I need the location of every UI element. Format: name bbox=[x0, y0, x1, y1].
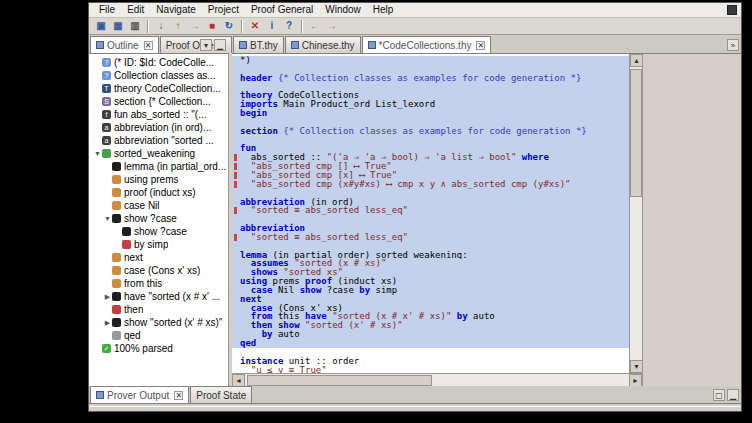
stop-icon[interactable]: ■ bbox=[204, 19, 220, 34]
tree-item-sorted-weakening[interactable]: ▼sorted_weakening bbox=[89, 147, 228, 160]
editor-tab-chinese-thy[interactable]: Chinese.thy bbox=[285, 36, 361, 53]
print-icon[interactable]: ▥ bbox=[127, 19, 143, 34]
scroll-tab-list-icon[interactable]: » bbox=[727, 39, 739, 51]
forward-icon[interactable]: → bbox=[324, 19, 340, 34]
tree-item-proof-induct-xs[interactable]: proof (induct xs) bbox=[89, 186, 228, 199]
editor-side-filler bbox=[642, 54, 741, 386]
tree-item-collection-classes-as[interactable]: ?Collection classes as... bbox=[89, 69, 228, 82]
code-segment: ?case bbox=[321, 285, 359, 295]
minimize-view-icon[interactable]: ▁ bbox=[214, 39, 226, 51]
tree-item-abbreviation-in-ord[interactable]: aabbreviation (in ord)... bbox=[89, 121, 228, 134]
menu-navigate[interactable]: Navigate bbox=[150, 3, 201, 17]
close-tab-icon[interactable]: ✕ bbox=[174, 391, 183, 400]
screen: FileEditNavigateProjectProof GeneralWind… bbox=[0, 0, 752, 423]
tree-item-next[interactable]: next bbox=[89, 251, 228, 264]
tree-item-case-cons-x-xs[interactable]: case (Cons x' xs) bbox=[89, 264, 228, 277]
step-icon bbox=[112, 188, 121, 197]
lemma-icon bbox=[102, 149, 111, 158]
view-menu-icon[interactable]: ▾ bbox=[200, 39, 212, 51]
code-segment: "sorted ≡ abs_sorted less_eq" bbox=[251, 232, 408, 242]
menu-window[interactable]: Window bbox=[319, 3, 367, 17]
bottom-tab-prover-output[interactable]: Prover Output✕ bbox=[90, 386, 189, 403]
tree-item-show-case[interactable]: show ?case bbox=[89, 225, 228, 238]
bottom-tabrow: Prover Output✕Proof State▢▁ bbox=[89, 386, 741, 404]
outline-tabrow: Outline✕Proof Objects▾▁ bbox=[89, 36, 228, 54]
restart-icon[interactable]: ↻ bbox=[221, 19, 237, 34]
tree-item-100-parsed[interactable]: ✓100% parsed bbox=[89, 342, 228, 355]
tree-item-label: Collection classes as... bbox=[114, 70, 216, 81]
menu-help[interactable]: Help bbox=[367, 3, 400, 17]
close-tab-icon[interactable]: ✕ bbox=[144, 41, 153, 50]
tree-item-lemma-in-partial-ord[interactable]: lemma (in partial_ord... bbox=[89, 160, 228, 173]
minimize-view-icon[interactable]: ▁ bbox=[727, 389, 739, 401]
editor-line: *) bbox=[232, 56, 629, 65]
menu-project[interactable]: Project bbox=[202, 3, 245, 17]
editor-vertical-scrollbar[interactable]: ▲ ▼ bbox=[629, 54, 642, 373]
file-icon bbox=[96, 391, 104, 399]
tree-item-label: (* ID: $Id: CodeColle... bbox=[114, 57, 214, 68]
expander-open-icon[interactable]: ▼ bbox=[103, 215, 112, 222]
application-window: FileEditNavigateProjectProof GeneralWind… bbox=[88, 2, 742, 412]
bottom-tab-proof-state[interactable]: Proof State bbox=[190, 386, 252, 403]
expander-open-icon[interactable]: ▼ bbox=[93, 150, 102, 157]
tree-item-case-nil[interactable]: case Nil bbox=[89, 199, 228, 212]
goto-cursor-icon[interactable]: → bbox=[187, 19, 203, 34]
save-icon[interactable]: ▦ bbox=[110, 19, 126, 34]
tree-item-abbreviation-sorted[interactable]: aabbreviation "sorted ... bbox=[89, 134, 228, 147]
tree-item-fun-abs-sorted[interactable]: ffun abs_sorted :: "(... bbox=[89, 108, 228, 121]
tree-item-section-collection[interactable]: Ssection {* Collection... bbox=[89, 95, 228, 108]
new-wizard-icon[interactable]: ▣ bbox=[93, 19, 109, 34]
info-icon[interactable]: i bbox=[264, 19, 280, 34]
expander-closed-icon[interactable]: ▶ bbox=[103, 319, 112, 327]
help-icon[interactable]: ? bbox=[281, 19, 297, 34]
next-step-icon[interactable]: ↓ bbox=[153, 19, 169, 34]
tree-item-label: lemma (in partial_ord... bbox=[124, 161, 226, 172]
editor-text-area[interactable]: *)header {* Collection classes as exampl… bbox=[232, 54, 629, 373]
file-icon bbox=[368, 41, 376, 49]
editor-tab-bt-thy[interactable]: BT.thy bbox=[233, 36, 284, 53]
tree-item-by-simp[interactable]: by simp bbox=[89, 238, 228, 251]
step-icon bbox=[112, 175, 121, 184]
tree-item-label: show ?case bbox=[134, 226, 187, 237]
menu-file[interactable]: File bbox=[93, 3, 121, 17]
tree-item-qed[interactable]: qed bbox=[89, 329, 228, 342]
menubar-grip-icon[interactable] bbox=[727, 5, 737, 15]
editor-tab-codecollections-thy[interactable]: *CodeCollections.thy✕ bbox=[362, 36, 492, 53]
code-segment: {* Collection classes as examples for co… bbox=[278, 126, 587, 136]
scroll-left-icon[interactable]: ◄ bbox=[232, 374, 245, 387]
tree-item-show-case[interactable]: ▼show ?case bbox=[89, 212, 228, 225]
undo-step-icon[interactable]: ↑ bbox=[170, 19, 186, 34]
editor-tab-label: *CodeCollections.thy bbox=[379, 40, 472, 51]
close-tab-icon[interactable]: ✕ bbox=[476, 41, 485, 50]
interrupt-icon[interactable]: ✕ bbox=[247, 19, 263, 34]
tree-item-show-sorted-x-xs[interactable]: ▶show "sorted (x' # xs)" bbox=[89, 316, 228, 329]
vertical-scroll-thumb[interactable] bbox=[630, 69, 642, 197]
next-step-icon-glyph: ↓ bbox=[159, 21, 164, 31]
tree-item-from-this[interactable]: from this bbox=[89, 277, 228, 290]
outline-tab-outline[interactable]: Outline✕ bbox=[90, 36, 159, 53]
stmt-icon bbox=[112, 318, 121, 327]
editor-horizontal-scrollbar[interactable]: ◄ ► bbox=[232, 373, 642, 386]
tree-item-using-prems[interactable]: using prems bbox=[89, 173, 228, 186]
error-marker bbox=[234, 154, 237, 161]
tree-item-have-sorted-x-x[interactable]: ▶have "sorted (x # x' ... bbox=[89, 290, 228, 303]
menu-edit[interactable]: Edit bbox=[121, 3, 150, 17]
expander-closed-icon[interactable]: ▶ bbox=[103, 293, 112, 301]
code-segment bbox=[240, 205, 251, 215]
new-wizard-icon-glyph: ▣ bbox=[96, 21, 105, 31]
code-segment: section bbox=[240, 126, 278, 136]
editor-line: section {* Collection classes as example… bbox=[232, 127, 629, 136]
menu-proof-general[interactable]: Proof General bbox=[245, 3, 319, 17]
editor-line: "sorted ≡ abs_sorted less_eq" bbox=[232, 233, 629, 242]
tree-item-then[interactable]: then bbox=[89, 303, 228, 316]
tree-item-label: show ?case bbox=[124, 213, 177, 224]
scroll-right-icon[interactable]: ► bbox=[629, 374, 642, 387]
tree-item-theory-codecollection[interactable]: Ttheory CodeCollection... bbox=[89, 82, 228, 95]
comment-icon: ? bbox=[102, 58, 111, 67]
tree-item-label: by simp bbox=[134, 239, 168, 250]
maximize-view-icon[interactable]: ▢ bbox=[713, 389, 725, 401]
horizontal-scroll-thumb[interactable] bbox=[247, 375, 432, 386]
tree-item-id-id-codecolle[interactable]: ?(* ID: $Id: CodeColle... bbox=[89, 56, 228, 69]
outline-tree: ?(* ID: $Id: CodeColle...?Collection cla… bbox=[89, 54, 228, 386]
back-icon[interactable]: ← bbox=[307, 19, 323, 34]
